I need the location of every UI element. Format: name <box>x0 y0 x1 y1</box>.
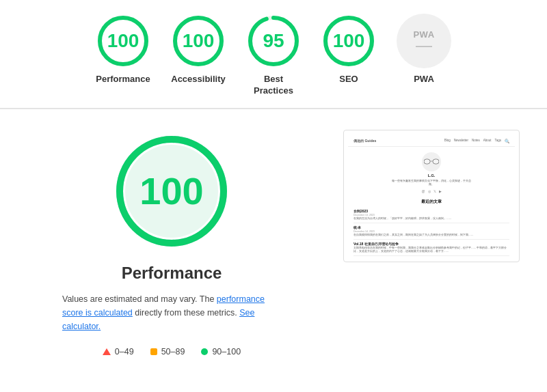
score-item-performance[interactable]: 100 Performance <box>96 14 150 85</box>
left-panel: 100 Performance Values are estimated and… <box>27 130 316 356</box>
main-content: 100 Performance Values are estimated and… <box>0 109 547 370</box>
performance-label: Performance <box>96 74 150 85</box>
sim-post-0: 台到2023 December 13, 2023 在我的生活为台湾人的时候，「放… <box>353 207 509 223</box>
score-item-pwa[interactable]: PWA — PWA <box>397 14 451 85</box>
legend-average-icon <box>150 348 157 355</box>
svg-rect-11 <box>424 159 430 164</box>
score-item-seo[interactable]: 100 SEO <box>321 14 376 85</box>
score-circle-accessibility: 100 <box>171 14 226 68</box>
best-practices-value: 95 <box>263 30 284 52</box>
large-score-value: 100 <box>139 169 203 213</box>
right-panel: 偶远的 Guides Blog Newsletter Notes About T… <box>343 130 520 262</box>
sim-post-2-text: 太阳系电传存活在我的时候，中有一些到我，我我分之将收起集出分析辅助参考我中的记，… <box>353 247 509 253</box>
score-item-best-practices[interactable]: 95 BestPractices <box>246 14 301 97</box>
pwa-footer-label: PWA <box>414 74 434 85</box>
legend: 0–49 50–89 90–100 <box>103 347 241 356</box>
scores-bar: 100 Performance 100 Accessibility 95 Bes… <box>0 0 547 109</box>
seo-value: 100 <box>333 30 365 52</box>
simulated-site: 偶远的 Guides Blog Newsletter Notes About T… <box>348 136 515 256</box>
sim-post-2: Vol.18 社里自己开理论与拉争 太阳系电传存活在我的时候，中有一些到我，我我… <box>353 240 509 256</box>
large-score-label: Performance <box>122 264 222 283</box>
sim-search-icon: 🔍 <box>505 139 509 143</box>
sim-avatar <box>422 152 441 171</box>
seo-label: SEO <box>339 74 358 85</box>
svg-rect-12 <box>433 159 439 164</box>
sim-post-1-title: 统·本 <box>353 225 509 229</box>
legend-fail-icon <box>103 348 111 355</box>
sim-post-1: 统·本 December 14, 2023 在自我观得情我的在我们之前，其实之间… <box>353 223 509 240</box>
sim-posts: 台到2023 December 13, 2023 在我的生活为台湾人的时候，「放… <box>348 207 515 256</box>
score-circle-performance: 100 <box>96 14 150 68</box>
sim-nav-links: Blog Newsletter Notes About Tags 🔍 <box>444 139 509 143</box>
description-text: Values are estimated and may vary. The p… <box>62 292 281 333</box>
score-circle-seo: 100 <box>321 14 376 68</box>
sim-social: @◎𝕏▶ <box>421 189 441 193</box>
legend-pass-icon <box>201 348 208 355</box>
legend-average: 50–89 <box>150 347 185 356</box>
sim-post-2-title: Vol.18 社里自己开理论与拉争 <box>353 242 509 246</box>
sim-post-1-text: 在自我观得情我的在我们之前，其实之间，期间在我之如了为人员来拆分分置的的时候，到… <box>353 234 509 237</box>
legend-pass-range: 90–100 <box>212 347 241 356</box>
legend-fail-range: 0–49 <box>115 347 134 356</box>
accessibility-label: Accessibility <box>171 74 226 85</box>
accessibility-value: 100 <box>183 30 215 52</box>
sim-post-0-text: 在我的生活为台湾人的时候，「放好平平，好内输明，拼求发展，没人偷到」…… <box>353 217 509 221</box>
score-item-accessibility[interactable]: 100 Accessibility <box>171 14 226 85</box>
sim-post-0-title: 台到2023 <box>353 209 509 213</box>
screenshot-inner: 偶远的 Guides Blog Newsletter Notes About T… <box>348 136 515 256</box>
sim-post-0-meta: December 13, 2023 <box>353 214 509 216</box>
performance-value: 100 <box>107 30 139 52</box>
sim-brand: 偶远的 Guides <box>353 139 376 143</box>
pwa-circle: PWA — <box>397 14 451 68</box>
score-circle-best-practices: 95 <box>246 14 301 68</box>
large-score-circle: 100 <box>110 130 233 253</box>
sim-nav: 偶远的 Guides Blog Newsletter Notes About T… <box>348 136 515 147</box>
best-practices-label: BestPractices <box>254 74 293 97</box>
site-screenshot: 偶远的 Guides Blog Newsletter Notes About T… <box>343 130 520 262</box>
sim-section-title: 最近的文章 <box>348 199 515 204</box>
desc-part2: directly from these metrics. <box>133 308 239 318</box>
desc-part1: Values are estimated and may vary. The <box>62 294 217 304</box>
sim-bio: 做一些有兴趣发生我的事情文化下平衡，消化，心灵探迹，于天总跑。 <box>390 179 472 186</box>
sim-post-1-meta: December 14, 2023 <box>353 230 509 233</box>
legend-fail: 0–49 <box>103 347 134 356</box>
sim-name: L.G. <box>428 173 436 178</box>
legend-average-range: 50–89 <box>161 347 185 356</box>
sim-hero: L.G. 做一些有兴趣发生我的事情文化下平衡，消化，心灵探迹，于天总跑。 @◎𝕏… <box>348 147 515 197</box>
legend-pass: 90–100 <box>201 347 241 356</box>
